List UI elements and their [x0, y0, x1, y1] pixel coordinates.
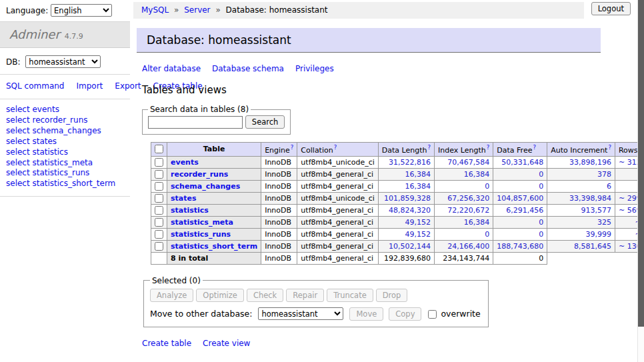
data-length-link[interactable]: 49,152 — [405, 230, 431, 239]
overwrite-checkbox[interactable] — [428, 310, 437, 319]
scrollbar[interactable] — [637, 0, 644, 362]
db-action-link[interactable]: Alter database — [142, 64, 201, 73]
scrollbar-thumb[interactable] — [638, 0, 644, 327]
analyze-button[interactable]: Analyze — [150, 289, 193, 302]
index-length-link[interactable]: 67,256,320 — [447, 194, 489, 203]
breadcrumb-mysql-link[interactable]: MySQL — [141, 5, 169, 15]
sidebar-table-link[interactable]: select states — [6, 137, 57, 146]
table-row: recorder_runsInnoDButf8mb4_general_ci16,… — [151, 168, 644, 180]
db-action-link[interactable]: Privileges — [295, 64, 334, 73]
auto-increment-link[interactable]: 913,577 — [581, 206, 611, 215]
data-free-link[interactable]: 0 — [539, 182, 543, 191]
auto-increment-link[interactable]: 39,999 — [585, 230, 611, 239]
auto-increment-link[interactable]: 6 — [607, 182, 611, 191]
move-database-select[interactable]: homeassistant — [258, 307, 343, 320]
row-checkbox-cell — [151, 204, 167, 216]
row-checkbox[interactable] — [155, 218, 163, 227]
check-button[interactable]: Check — [247, 289, 283, 302]
data-free-link[interactable]: 6,291,456 — [506, 206, 543, 215]
sidebar-table-link[interactable]: select statistics_runs — [6, 168, 89, 177]
data-length-link[interactable]: 31,522,816 — [389, 158, 431, 167]
auto-increment-link[interactable]: 325 — [597, 218, 611, 227]
data-length-link[interactable]: 49,152 — [405, 218, 431, 227]
row-checkbox[interactable] — [155, 206, 163, 215]
table-name-link[interactable]: statistics_short_term — [171, 242, 257, 251]
sidebar-link[interactable]: Import — [76, 81, 103, 91]
table-name-link[interactable]: statistics_meta — [171, 218, 233, 227]
auto-increment-link[interactable]: 378 — [597, 170, 611, 179]
row-checkbox[interactable] — [155, 230, 163, 239]
drop-button[interactable]: Drop — [376, 289, 408, 302]
copy-button[interactable]: Copy — [389, 307, 421, 321]
sidebar-table-link[interactable]: select events — [6, 105, 59, 114]
data-free-link[interactable]: 188,743,680 — [497, 242, 543, 251]
index-length-link[interactable]: 0 — [485, 230, 489, 239]
sidebar-table-link[interactable]: select statistics — [6, 147, 68, 157]
language-select[interactable]: English — [51, 4, 112, 17]
row-checkbox[interactable] — [155, 158, 163, 167]
app-version[interactable]: 4.7.9 — [65, 32, 83, 41]
breadcrumb-server-link[interactable]: Server — [184, 5, 210, 15]
index-length-link[interactable]: 70,467,584 — [447, 158, 489, 167]
auto-increment-link[interactable]: 8,581,645 — [574, 242, 611, 251]
create-link[interactable]: Create view — [203, 339, 250, 348]
tables-table-body: eventsInnoDButf8mb4_unicode_ci31,522,816… — [151, 156, 644, 252]
truncate-button[interactable]: Truncate — [327, 289, 373, 302]
table-name-link[interactable]: statistics — [171, 206, 209, 215]
search-button[interactable]: Search — [245, 115, 285, 129]
data-free-link[interactable]: 0 — [539, 218, 543, 227]
data-length-link[interactable]: 10,502,144 — [389, 242, 431, 251]
table-name-link[interactable]: schema_changes — [171, 182, 240, 191]
table-name-link[interactable]: recorder_runs — [171, 170, 228, 179]
row-checkbox[interactable] — [155, 182, 163, 191]
data-length-link[interactable]: 16,384 — [405, 182, 431, 191]
logout-button[interactable]: Logout — [591, 2, 631, 15]
repair-button[interactable]: Repair — [286, 289, 324, 302]
move-row: Move to other database: homeassistant Mo… — [150, 307, 481, 321]
column-help-link[interactable]: ? — [334, 144, 337, 151]
sidebar-table-item: select states — [6, 137, 124, 147]
data-free-cell: 50,331,648 — [493, 156, 547, 168]
data-length-link[interactable]: 101,859,328 — [384, 194, 431, 203]
sidebar-table-link[interactable]: select statistics_meta — [6, 158, 93, 167]
auto-increment-link[interactable]: 33,398,984 — [569, 194, 611, 203]
select-all-checkbox[interactable] — [155, 145, 163, 153]
index-length-link[interactable]: 72,220,672 — [447, 206, 489, 215]
column-help-link[interactable]: ? — [608, 144, 611, 151]
data-free-link[interactable]: 0 — [539, 170, 543, 179]
optimize-button[interactable]: Optimize — [196, 289, 244, 302]
create-link[interactable]: Create table — [142, 339, 191, 348]
app-title-link[interactable]: Adminer — [9, 27, 60, 41]
table-name-link[interactable]: events — [171, 158, 199, 167]
row-checkbox[interactable] — [155, 170, 163, 179]
data-free-link[interactable]: 50,331,648 — [501, 158, 543, 167]
column-help-link[interactable]: ? — [487, 144, 490, 151]
index-length-link[interactable]: 16,384 — [464, 170, 490, 179]
row-checkbox[interactable] — [155, 242, 163, 251]
sidebar-table-link[interactable]: select statistics_short_term — [6, 179, 115, 188]
column-header-label: Engine — [265, 146, 290, 155]
column-help-link[interactable]: ? — [533, 144, 536, 151]
column-help-link[interactable]: ? — [428, 144, 431, 151]
search-input[interactable] — [148, 116, 243, 129]
collation-cell: utf8mb4_general_ci — [297, 180, 378, 192]
index-length-link[interactable]: 16,384 — [464, 218, 490, 227]
db-select[interactable]: homeassistant — [25, 55, 101, 68]
data-length-link[interactable]: 16,384 — [405, 170, 431, 179]
table-name-link[interactable]: statistics_runs — [171, 230, 231, 239]
sidebar-link[interactable]: SQL command — [6, 81, 64, 91]
table-row: statistics_short_termInnoDButf8mb4_gener… — [151, 240, 644, 252]
data-free-link[interactable]: 104,857,600 — [497, 194, 543, 203]
index-length-link[interactable]: 24,166,400 — [447, 242, 489, 251]
sidebar-table-link[interactable]: select recorder_runs — [6, 115, 88, 125]
move-button[interactable]: Move — [349, 307, 383, 321]
index-length-link[interactable]: 0 — [485, 182, 489, 191]
row-checkbox[interactable] — [155, 194, 163, 203]
table-name-link[interactable]: states — [171, 194, 197, 203]
auto-increment-link[interactable]: 33,898,196 — [569, 158, 611, 167]
data-free-link[interactable]: 0 — [539, 230, 543, 239]
sidebar-table-link[interactable]: select schema_changes — [6, 126, 101, 135]
db-action-link[interactable]: Database schema — [212, 64, 284, 73]
column-help-link[interactable]: ? — [291, 144, 294, 151]
data-length-link[interactable]: 48,824,320 — [389, 206, 431, 215]
